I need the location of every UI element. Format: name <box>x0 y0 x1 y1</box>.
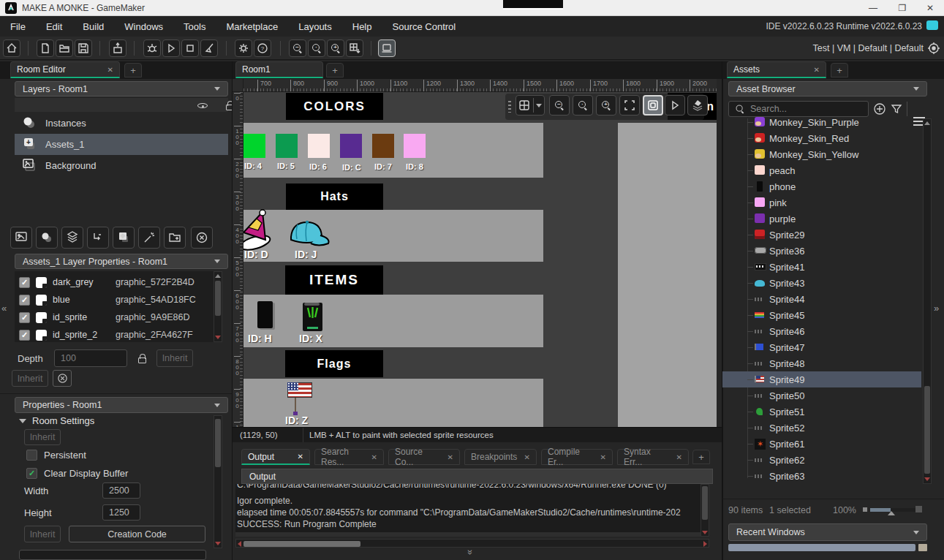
scrollbar-thumb[interactable] <box>215 281 221 316</box>
dock-windows-button[interactable] <box>346 39 363 57</box>
inherit-button[interactable]: Inherit <box>12 370 48 387</box>
scrollbar-thumb[interactable] <box>924 386 930 474</box>
layer-asset-row[interactable]: ✓ blue graphic_54AD18FC <box>19 291 214 309</box>
scroll-left-icon[interactable] <box>238 541 241 547</box>
help-button[interactable]: ? <box>254 39 271 57</box>
scroll-up-icon[interactable] <box>924 121 930 125</box>
target-config[interactable]: Test | VM | Default | Default <box>813 37 924 60</box>
collapse-right-panel-arrow[interactable]: » <box>934 303 939 314</box>
recent-window-item-clipped[interactable] <box>728 544 915 551</box>
close-icon[interactable]: ✕ <box>442 453 453 461</box>
width-input[interactable]: 2500 <box>102 483 140 499</box>
asset-row[interactable]: Sprite36 <box>722 243 921 259</box>
toolbar-drag-handle[interactable] <box>508 101 511 113</box>
asset-row[interactable]: Sprite62 <box>722 452 921 468</box>
close-icon[interactable]: ✕ <box>100 66 113 74</box>
run-button[interactable] <box>162 39 180 57</box>
canvas-zoom-reset-button[interactable]: · <box>573 95 593 116</box>
minimize-button[interactable]: — <box>861 0 886 16</box>
recent-windows-dropdown[interactable]: Recent Windows <box>728 523 927 541</box>
canvas-zoom-out-button[interactable]: − <box>549 95 570 116</box>
eye-icon[interactable] <box>197 101 208 110</box>
asset-row[interactable]: Sprite29 <box>722 227 921 243</box>
target-device-button[interactable] <box>378 39 396 57</box>
add-asset-layer-button[interactable]: + <box>113 227 135 249</box>
checkbox-checked-icon[interactable]: ✓ <box>19 295 30 306</box>
add-path-layer-button[interactable] <box>87 227 109 249</box>
asset-row[interactable]: Sprite43 <box>722 275 921 291</box>
asset-row[interactable]: Sprite51 <box>722 404 921 420</box>
home-button[interactable] <box>3 39 20 57</box>
asset-row[interactable]: Sprite46 <box>722 323 921 339</box>
fit-to-window-button[interactable] <box>619 95 640 116</box>
maximize-button[interactable]: ❐ <box>890 0 915 16</box>
menu-tools[interactable]: Tools <box>173 16 216 37</box>
scroll-down-icon[interactable] <box>215 336 221 339</box>
close-icon[interactable]: ✕ <box>807 66 820 74</box>
asset-row[interactable]: Sprite47 <box>722 339 921 355</box>
add-tab-button[interactable]: + <box>124 63 142 77</box>
close-button[interactable]: ✕ <box>918 0 943 16</box>
asset-list-scrollbar[interactable] <box>923 118 932 484</box>
asset-row[interactable]: Sprite44 <box>722 291 921 307</box>
zoom-slider-min[interactable] <box>863 507 867 512</box>
menu-edit[interactable]: Edit <box>36 16 72 37</box>
size-inherit-button[interactable]: Inherit <box>24 526 61 542</box>
asset-row[interactable]: Sprite41 <box>722 259 921 275</box>
layer-row-background[interactable]: Background <box>15 155 228 176</box>
open-project-button[interactable] <box>56 39 73 57</box>
zoom-in-button[interactable]: + <box>327 39 344 57</box>
room-canvas[interactable]: n COLORS ID: 4 ID: 5 ID: 6 ID: C ID: 7 I… <box>243 92 717 427</box>
tab-syntax-errors[interactable]: Syntax Err...✕ <box>617 449 689 465</box>
show-room-border-button[interactable] <box>643 95 663 116</box>
scroll-down-icon[interactable] <box>924 477 930 481</box>
close-icon[interactable]: ✕ <box>366 453 377 461</box>
add-effect-layer-button[interactable] <box>138 227 160 249</box>
tab-search-results[interactable]: Search Res...✕ <box>314 449 384 465</box>
asset-row-selected[interactable]: Sprite49 <box>722 371 921 387</box>
depth-input[interactable]: 100 <box>54 349 127 367</box>
asset-browser-dropdown[interactable]: Asset Browser <box>728 81 927 97</box>
output-vscrollbar[interactable] <box>701 484 709 537</box>
menu-layouts[interactable]: Layouts <box>288 16 342 37</box>
tab-room1[interactable]: Room1 <box>235 61 323 78</box>
asset-row[interactable]: phone <box>722 178 921 194</box>
depth-inherit-button[interactable]: Inherit <box>156 349 193 367</box>
add-tab-button[interactable]: + <box>831 63 848 77</box>
scroll-down-icon[interactable] <box>702 531 708 534</box>
grid-options-button[interactable] <box>516 95 545 116</box>
close-icon[interactable]: ✕ <box>594 453 606 461</box>
create-executable-button[interactable] <box>109 39 127 57</box>
menu-source-control[interactable]: Source Control <box>382 16 467 37</box>
target-manager-icon[interactable] <box>925 39 943 57</box>
canvas-run-button[interactable] <box>665 95 685 116</box>
lock-icon[interactable] <box>138 354 146 363</box>
scroll-up-icon[interactable] <box>215 274 221 278</box>
tab-assets[interactable]: Assets ✕ <box>727 61 826 78</box>
tab-output[interactable]: Output✕ <box>241 449 310 465</box>
output-log[interactable]: C:\ProgramData/GameMakerStudio2/Cache/ru… <box>235 484 701 537</box>
asset-row[interactable]: peach <box>722 162 921 178</box>
menu-build[interactable]: Build <box>72 16 114 37</box>
add-background-layer-button[interactable] <box>10 227 32 249</box>
asset-row[interactable]: ✶Sprite61 <box>722 436 921 452</box>
tab-compile-errors[interactable]: Compile Er...✕ <box>541 449 613 465</box>
stop-button[interactable] <box>181 39 199 57</box>
feedback-chat-icon[interactable] <box>926 20 938 30</box>
layer-row-instances[interactable]: Instances <box>15 113 228 134</box>
scroll-right-icon[interactable] <box>703 541 707 547</box>
add-output-tab-button[interactable]: + <box>692 450 710 464</box>
filter-icon[interactable] <box>891 103 902 115</box>
checkbox-checked-icon[interactable]: ✓ <box>19 312 30 323</box>
canvas-zoom-in-button[interactable]: + <box>596 95 616 116</box>
layer-asset-row[interactable]: ✓ id_sprite_2 graphic_2FA4627F <box>19 326 214 344</box>
creation-code-button[interactable]: Creation Code <box>69 526 205 542</box>
scrollbar-thumb[interactable] <box>702 486 708 520</box>
asset-row[interactable]: Sprite63 <box>722 468 921 484</box>
zoom-slider-thumb[interactable] <box>888 511 895 515</box>
add-folder-button[interactable] <box>164 227 186 249</box>
zoom-slider-track[interactable] <box>870 508 918 512</box>
asset-row[interactable]: Sprite50 <box>722 387 921 404</box>
output-hscrollbar[interactable] <box>235 539 709 548</box>
collapse-output-arrow[interactable]: « <box>464 550 475 555</box>
